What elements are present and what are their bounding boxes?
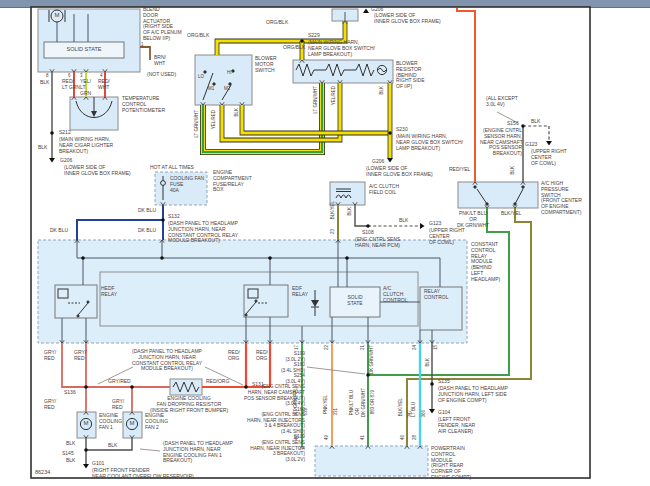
fan2-m-label: M bbox=[128, 420, 136, 427]
s212-label: S212 bbox=[59, 130, 71, 136]
switch-lo-label: LO bbox=[198, 74, 204, 79]
g101-desc: (RIGHT FRONT FENDER NEAR COOLANT OVERFLO… bbox=[92, 468, 194, 480]
wire-red-org-label-h: RED/ORG bbox=[206, 379, 229, 385]
s135-desc: (DASH PANEL TO HEADLAMP JUNCTION HARN, L… bbox=[438, 386, 508, 403]
s136-label: S136 bbox=[64, 390, 76, 396]
harn-fan1-desc: (DASH PANEL TO HEADLAMP JUNCTION HARN, N… bbox=[163, 441, 233, 464]
fan-dropping-resistor-icon bbox=[173, 382, 199, 392]
ac-clutch-coil-icon bbox=[336, 189, 351, 198]
wire-dkgrnwht-label-2: DK GRN/WHT bbox=[370, 345, 375, 374]
pin-15: 15 bbox=[434, 345, 439, 350]
wire-org-blk-label-1: ORG/BLK bbox=[266, 20, 288, 26]
pin-8: 8 bbox=[46, 73, 49, 78]
s132-desc: (DASH PANEL TO HEADLAMP JUNCTION HARN, N… bbox=[168, 221, 238, 244]
hot-at-all-times: HOT AT ALL TIMES bbox=[150, 165, 194, 171]
diagram-number: 86234 bbox=[35, 469, 50, 475]
hedf-relay-label: HEDF RELAY bbox=[101, 286, 117, 298]
wire-ltgrnppl-label: LT GRN/PPL bbox=[294, 388, 299, 414]
wire-gry-red-label-1: GRY/ RED bbox=[44, 350, 56, 362]
pcm-label: POWERTRAIN CONTROL MODULE (RIGHT REAR CO… bbox=[431, 446, 471, 481]
s135-label: S135 bbox=[438, 379, 450, 385]
g123-a-label: G123 bbox=[429, 221, 441, 227]
fuse-relay-box-label: ENGINE COMPARTMENT FUSE/RELAY BOX bbox=[213, 170, 252, 193]
pin-24: 24 bbox=[413, 345, 418, 350]
all-except-label: (ALL EXCEPT 3.0L 4V) bbox=[486, 96, 518, 108]
wire-yel-ltgrn-label: YEL/ LT GRN bbox=[80, 79, 91, 96]
ac-clutch-coil-label: A/C CLUTCH FIELD COIL bbox=[369, 184, 399, 196]
wire-gry-red-label-h: GRY/RED bbox=[108, 379, 131, 385]
wire-blk-label-8: BLK bbox=[511, 166, 516, 175]
wire-red-yel-label: RED/YEL bbox=[449, 167, 470, 173]
wire-ltblu-label: LT BLU bbox=[412, 402, 417, 417]
wire-blk-label-9: BLK bbox=[66, 441, 75, 447]
wiring-diagram-page: 86234BLEND DOOR ACTUATOR (RIGHT SIDE OF … bbox=[0, 0, 650, 486]
s229-desc: (MAIN WIRING HARN, NEAR GLOVE BOX SWITCH… bbox=[308, 40, 375, 57]
wire-yelred-label-2: YEL/RED bbox=[332, 86, 337, 105]
g123-a-desc: (UPPER RIGHT CENTER OF COWL) bbox=[429, 228, 465, 245]
pin-49: 49 bbox=[325, 435, 330, 440]
hps-contacts-icon bbox=[474, 186, 524, 205]
wire-blk-label-6: BLK bbox=[399, 218, 408, 224]
cooling-fan-fuse-label: COOLING FAN FUSE 40A bbox=[170, 176, 204, 193]
blend-door-actuator-label: BLEND DOOR ACTUATOR (RIGHT SIDE OF A/C P… bbox=[143, 7, 182, 42]
wire-gry-red-label-4: GRY/ RED bbox=[112, 399, 124, 411]
wire-or-label: OR bbox=[356, 408, 361, 415]
switch-hi-label: HI bbox=[227, 70, 232, 75]
wire-pnkltblu-label: PNK/LT BLU bbox=[350, 390, 355, 415]
blower-resistor-label: BLOWER RESISTOR (BEHIND RIGHT SIDE OF I/… bbox=[396, 61, 425, 90]
s132-label: S132 bbox=[168, 214, 180, 220]
wire-red-wht-label: RED/ WHT bbox=[98, 79, 110, 91]
wire-blk-label-2: BLK bbox=[38, 145, 47, 151]
s108-desc: (ENG CNTRL SENS HARN, NEAR PCM) bbox=[355, 237, 400, 249]
motor-m-label: M bbox=[53, 12, 61, 19]
g206-top-desc: (LOWER SIDE OF INNER GLOVE BOX FRAME) bbox=[374, 13, 441, 25]
pin-41: 41 bbox=[361, 435, 366, 440]
wire-dkgrnwht-label-1: DK GRN/WHT bbox=[362, 388, 367, 417]
s156-desc: (ENGINE CNTRL SENSOR HARN, NEAR CAMSHAFT… bbox=[480, 128, 522, 157]
ccrm-label: CONSTANT CONTROL RELAY MODULE (BEHIND LE… bbox=[471, 242, 500, 283]
circuit-366: 366 bbox=[422, 410, 427, 418]
s145-label: S145 bbox=[62, 451, 74, 457]
wire-blk-label-12: BLK bbox=[426, 358, 431, 367]
wire-blk-label-3: BLK bbox=[235, 108, 240, 117]
wire-pnk-dk-label-1: PNK/LT BLU OR DK GRN/WHT bbox=[452, 211, 494, 228]
harn-ccrm-desc: (DASH PANEL TO HEADLAMP JUNCTION HARN, N… bbox=[128, 349, 206, 372]
wire-gry-red-label-2: GRY/ RED bbox=[74, 350, 86, 362]
wire-dk-blu-label-1: DK BLU bbox=[138, 208, 156, 214]
wire-blk-yel-label-2: BLK/YEL bbox=[501, 211, 521, 217]
wire-gry-red-label-3: GRY/ RED bbox=[44, 399, 56, 411]
solid-state-2-label: SOLID STATE bbox=[330, 295, 380, 307]
solid-state-label: SOLID STATE bbox=[44, 46, 124, 52]
wire-org-blk-label-3: ORG/BLK bbox=[283, 45, 305, 51]
wire-red-ltgrn-label: RED/ LT GRN bbox=[62, 79, 80, 91]
switch-m1-label: M1 bbox=[208, 86, 214, 91]
edf-relay-label: EDF RELAY bbox=[292, 286, 308, 298]
diode-icon bbox=[311, 290, 319, 316]
wire-brn-wht-label: BRN/ WHT bbox=[154, 55, 166, 67]
s156-label: S156 bbox=[507, 121, 519, 127]
pin-1: 1 bbox=[141, 42, 144, 47]
hedf-relay-icon bbox=[58, 289, 89, 317]
wire-dk-blu-label-2: DK BLU bbox=[50, 228, 68, 234]
potentiometer-icon bbox=[76, 97, 112, 118]
g104-desc: (LEFT FRONT FENDER, NEAR AIR CLEANER) bbox=[438, 417, 475, 434]
pin-17: 17 bbox=[295, 345, 300, 350]
wire-blk-label-11: BLK bbox=[66, 458, 75, 464]
blower-resistor-icon bbox=[296, 64, 387, 76]
s230-label: S230 bbox=[396, 127, 408, 133]
g206-b-desc: (LOWER SIDE OF INNER GLOVE BOX FRAME) bbox=[366, 166, 433, 178]
wire-blk-label-7: BLK bbox=[531, 119, 540, 125]
ac-hps-label: A/C HIGH PRESSURE SWITCH (FRONT CENTER O… bbox=[541, 181, 582, 216]
wire-dk-blu-label-3: DK BLU bbox=[138, 228, 156, 234]
relay-control-label: RELAY CONTROL bbox=[424, 289, 448, 301]
g123-b-desc: (UPPER RIGHT CENTER OF COWL) bbox=[531, 149, 567, 166]
wire-org-blk-label-2: ORG/BLK bbox=[187, 33, 209, 39]
switch-m2-label: M2 bbox=[224, 86, 230, 91]
fan2-label: ENGINE COOLING FAN 2 bbox=[145, 413, 168, 430]
s229-label: S229 bbox=[308, 33, 320, 39]
temp-pot-label: TEMPERATURE CONTROL POTENTIOMETER bbox=[122, 96, 165, 113]
s230-desc: (MAIN WIRING HARN, NEAR GLOVE BOX SWITCH… bbox=[396, 134, 463, 151]
fan-resistor-desc: ENGINE COOLING FAN DROPPING RESISTOR (IN… bbox=[143, 396, 235, 413]
g101-label: G101 bbox=[92, 461, 104, 467]
wire-ltgrnwht-label-1: LT GRN/WHT bbox=[195, 110, 200, 138]
